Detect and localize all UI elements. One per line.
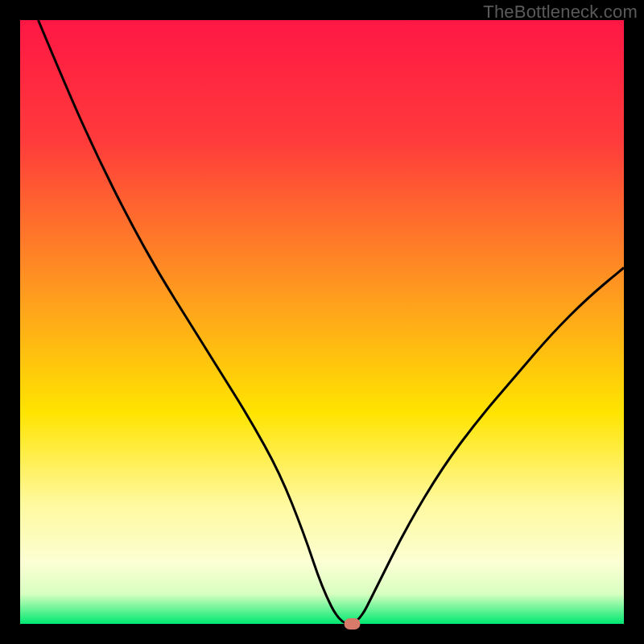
chart-frame: TheBottleneck.com <box>0 0 644 644</box>
optimal-marker <box>345 618 361 630</box>
plot-background <box>20 20 624 624</box>
bottleneck-chart <box>0 0 644 644</box>
watermark-text: TheBottleneck.com <box>483 2 638 23</box>
